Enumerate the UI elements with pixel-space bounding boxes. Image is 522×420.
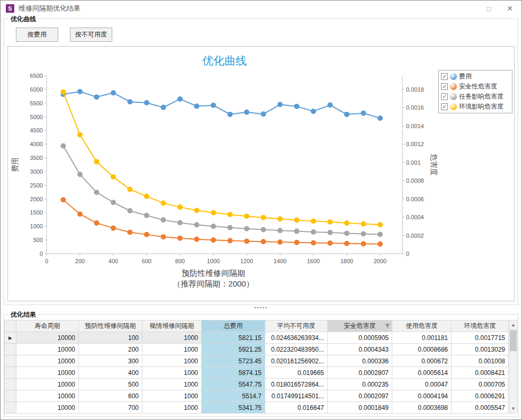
left-axis-tick-label: 5000 xyxy=(30,114,43,120)
column-header[interactable]: 寿命周期 xyxy=(16,320,79,332)
legend-checkbox-icon[interactable]: ✓ xyxy=(441,93,448,100)
legend-checkbox-icon[interactable]: ✓ xyxy=(441,103,448,110)
filter-icon[interactable] xyxy=(385,324,390,329)
table-cell[interactable]: 10000 xyxy=(16,355,79,367)
table-cell[interactable]: 0.000235 xyxy=(328,379,392,390)
table-cell[interactable]: 500 xyxy=(79,379,142,390)
table-row[interactable]: 1000070010005341.750.0166470.00018490.00… xyxy=(5,402,509,414)
table-cell[interactable]: 0.001008 xyxy=(452,355,509,367)
table-row[interactable]: 1000030010005723.450.020161256902...0.00… xyxy=(5,355,509,367)
scrollbar-track[interactable] xyxy=(509,329,517,404)
row-header-cell[interactable] xyxy=(5,367,16,379)
column-header[interactable]: 安全危害度 xyxy=(328,320,392,332)
table-row[interactable]: ▶1000010010005821.150.024636263934...0.0… xyxy=(5,332,509,344)
table-cell[interactable]: 0.0002807 xyxy=(328,367,392,379)
table-cell[interactable]: 300 xyxy=(79,355,142,367)
table-row[interactable]: 1000020010005921.250.022320483950...0.00… xyxy=(5,344,509,355)
table-cell[interactable]: 10000 xyxy=(16,344,79,355)
table-row[interactable]: 1000050010005547.750.018016572864...0.00… xyxy=(5,379,509,390)
table-cell[interactable]: 0.0004343 xyxy=(328,344,392,355)
table-cell[interactable]: 0.017499114501... xyxy=(265,390,328,402)
legend-item[interactable]: ✓费用 xyxy=(441,72,510,81)
table-cell[interactable]: 1000 xyxy=(142,379,202,390)
table-cell[interactable]: 1000 xyxy=(142,390,202,402)
row-header-cell[interactable] xyxy=(5,344,16,355)
by-unavailability-button[interactable]: 按不可用度 xyxy=(70,28,112,42)
table-cell[interactable]: 0.0004194 xyxy=(392,390,452,402)
column-header[interactable]: 视情维修间隔期 xyxy=(142,320,202,332)
table-cell[interactable]: 0.018016572864... xyxy=(265,379,328,390)
legend-item[interactable]: ✓任务影响危害度 xyxy=(441,92,510,101)
table-cell[interactable]: 10000 xyxy=(16,367,79,379)
column-header[interactable]: 环境危害度 xyxy=(452,320,509,332)
table-cell[interactable]: 10000 xyxy=(16,332,79,344)
table-cell[interactable]: 0.024636263934... xyxy=(265,332,328,344)
table-cell[interactable]: 700 xyxy=(79,402,142,414)
table-cell[interactable]: 10000 xyxy=(16,390,79,402)
table-cell[interactable]: 0.001181 xyxy=(392,332,452,344)
table-cell[interactable]: 100 xyxy=(79,332,142,344)
scroll-down-icon[interactable]: ▼ xyxy=(509,404,517,413)
table-cell[interactable]: 5723.45 xyxy=(202,355,265,367)
table-cell[interactable]: 0.022320483950... xyxy=(265,344,328,355)
row-header-cell[interactable] xyxy=(5,402,16,414)
maximize-button[interactable]: □ xyxy=(487,5,491,12)
column-header[interactable]: 总费用 xyxy=(202,320,265,332)
table-cell[interactable]: 0.00047 xyxy=(392,379,452,390)
table-cell[interactable]: 0.0005614 xyxy=(392,367,452,379)
table-cell[interactable]: 0.000336 xyxy=(328,355,392,367)
legend-checkbox-icon[interactable]: ✓ xyxy=(441,73,448,80)
table-cell[interactable]: 0.020161256902... xyxy=(265,355,328,367)
legend-checkbox-icon[interactable]: ✓ xyxy=(441,83,448,90)
table-cell[interactable]: 0.0002097 xyxy=(328,390,392,402)
table-cell[interactable]: 0.0001849 xyxy=(328,402,392,414)
column-header[interactable]: 平均不可用度 xyxy=(265,320,328,332)
table-cell[interactable]: 0.0003698 xyxy=(392,402,452,414)
table-row[interactable]: 1000060010005514.70.017499114501...0.000… xyxy=(5,390,509,402)
close-button[interactable]: ✕ xyxy=(507,5,513,12)
table-cell[interactable]: 0.019665 xyxy=(265,367,328,379)
table-cell[interactable]: 400 xyxy=(79,367,142,379)
by-cost-button[interactable]: 按费用 xyxy=(16,28,58,42)
table-cell[interactable]: 600 xyxy=(79,390,142,402)
scrollbar-thumb[interactable] xyxy=(510,330,517,351)
table-cell[interactable]: 0.0013029 xyxy=(452,344,509,355)
splitter-handle[interactable]: ····· xyxy=(1,305,521,312)
table-cell[interactable]: 5874.15 xyxy=(202,367,265,379)
table-cell[interactable]: 1000 xyxy=(142,367,202,379)
table-cell[interactable]: 5341.75 xyxy=(202,402,265,414)
table-cell[interactable]: 0.016647 xyxy=(265,402,328,414)
table-cell[interactable]: 0.0008421 xyxy=(452,367,509,379)
column-header[interactable]: 预防性维修间隔期 xyxy=(79,320,142,332)
table-cell[interactable]: 1000 xyxy=(142,344,202,355)
table-cell[interactable]: 10000 xyxy=(16,402,79,414)
table-cell[interactable]: 0.000705 xyxy=(452,379,509,390)
table-cell[interactable]: 5514.7 xyxy=(202,390,265,402)
table-cell[interactable]: 0.0017715 xyxy=(452,332,509,344)
table-scrollbar[interactable]: ▲ ▼ xyxy=(509,320,518,414)
column-header[interactable]: 使用危害度 xyxy=(392,320,452,332)
table-cell[interactable]: 10000 xyxy=(16,379,79,390)
table-cell[interactable]: 0.000672 xyxy=(392,355,452,367)
row-header-cell[interactable] xyxy=(5,390,16,402)
title-bar[interactable]: S 维修间隔期优化结果 □ ✕ xyxy=(1,1,521,16)
table-cell[interactable]: 5547.75 xyxy=(202,379,265,390)
row-header-cell[interactable] xyxy=(5,355,16,367)
legend-item[interactable]: ✓环境影响危害度 xyxy=(441,102,510,111)
scroll-up-icon[interactable]: ▲ xyxy=(509,320,517,329)
table-cell[interactable]: 0.0005547 xyxy=(452,402,509,414)
table-cell[interactable]: 200 xyxy=(79,344,142,355)
series-marker-icon xyxy=(450,103,457,110)
legend-item[interactable]: ✓安全性危害度 xyxy=(441,82,510,91)
row-selector-icon[interactable]: ▶ xyxy=(5,332,16,344)
table-cell[interactable]: 0.0008686 xyxy=(392,344,452,355)
table-cell[interactable]: 5921.25 xyxy=(202,344,265,355)
table-cell[interactable]: 1000 xyxy=(142,402,202,414)
table-cell[interactable]: 0.0006291 xyxy=(452,390,509,402)
table-cell[interactable]: 0.0005905 xyxy=(328,332,392,344)
table-cell[interactable]: 1000 xyxy=(142,355,202,367)
table-row[interactable]: 1000040010005874.150.0196650.00028070.00… xyxy=(5,367,509,379)
table-cell[interactable]: 1000 xyxy=(142,332,202,344)
table-cell[interactable]: 5821.15 xyxy=(202,332,265,344)
row-header-cell[interactable] xyxy=(5,379,16,390)
